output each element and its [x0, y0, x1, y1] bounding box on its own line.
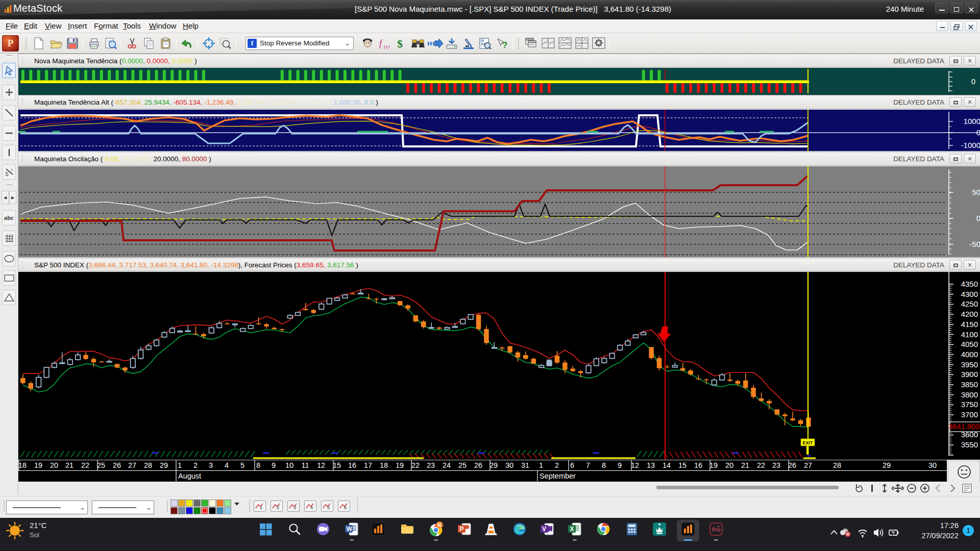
svg-text:12: 12 [317, 461, 325, 469]
svg-text:4000: 4000 [961, 350, 978, 359]
svg-text:2: 2 [277, 505, 279, 510]
svg-text:9: 9 [272, 461, 276, 469]
svg-text:August: August [178, 472, 201, 480]
svg-text:3550: 3550 [961, 440, 978, 449]
svg-text:5: 5 [240, 461, 244, 469]
svg-text:8: 8 [256, 461, 260, 469]
svg-text:27: 27 [804, 461, 812, 469]
svg-text:-50: -50 [969, 240, 980, 248]
svg-text:22: 22 [81, 461, 89, 469]
svg-text:1: 1 [539, 461, 543, 469]
svg-text:26: 26 [788, 461, 796, 469]
svg-text:11: 11 [301, 461, 309, 469]
svg-text:16: 16 [694, 461, 702, 469]
svg-text:29: 29 [160, 461, 168, 469]
svg-text:15: 15 [678, 461, 687, 469]
svg-text:1: 1 [178, 461, 182, 469]
svg-text:4200: 4200 [961, 310, 978, 318]
svg-text:X: X [570, 525, 574, 533]
svg-text:W: W [347, 525, 353, 533]
svg-text:4100: 4100 [961, 330, 978, 339]
svg-text:13: 13 [647, 461, 655, 469]
svg-text:28: 28 [144, 461, 152, 469]
svg-text:4300: 4300 [961, 290, 978, 298]
svg-text:19: 19 [396, 461, 404, 469]
svg-text:2: 2 [193, 461, 198, 469]
svg-text:1000: 1000 [964, 117, 980, 126]
svg-text:4250: 4250 [961, 299, 978, 308]
svg-text:29: 29 [883, 461, 891, 469]
svg-text:4: 4 [225, 461, 229, 469]
svg-text:0: 0 [971, 77, 975, 86]
svg-text:2: 2 [555, 461, 559, 469]
svg-text:3950: 3950 [961, 360, 978, 369]
svg-text:3900: 3900 [961, 370, 978, 379]
svg-text:30: 30 [928, 461, 937, 469]
svg-text:20: 20 [725, 461, 733, 469]
svg-text:3700: 3700 [961, 410, 978, 419]
svg-text:Pro: Pro [712, 527, 721, 533]
svg-text:10: 10 [285, 461, 293, 469]
svg-text:20: 20 [50, 461, 58, 469]
svg-text:31: 31 [521, 461, 529, 469]
svg-text:26: 26 [113, 461, 121, 469]
svg-text:9: 9 [618, 461, 622, 469]
svg-text:16: 16 [348, 461, 356, 469]
svg-text:29: 29 [489, 461, 498, 469]
svg-text:EXIT: EXIT [802, 440, 813, 445]
svg-text:15: 15 [333, 461, 341, 469]
svg-text:28: 28 [833, 461, 841, 469]
svg-text:14: 14 [663, 461, 671, 469]
svg-text:6: 6 [344, 505, 347, 510]
svg-text:18: 18 [380, 461, 388, 469]
svg-text:6: 6 [570, 461, 574, 469]
svg-text:4150: 4150 [961, 320, 978, 329]
svg-text:L: L [11, 168, 13, 171]
svg-text:19: 19 [709, 461, 718, 469]
svg-text:3800: 3800 [961, 390, 978, 399]
svg-text:4050: 4050 [961, 340, 978, 348]
svg-text:?: ? [502, 40, 507, 50]
svg-text:N: N [438, 522, 442, 528]
svg-text:3850: 3850 [961, 380, 978, 389]
svg-text:8: 8 [602, 461, 606, 469]
svg-text:12: 12 [631, 461, 639, 469]
svg-text:S: S [5, 171, 9, 177]
svg-text:21: 21 [741, 461, 749, 469]
svg-text:25: 25 [97, 461, 105, 469]
svg-text:21: 21 [65, 461, 74, 469]
svg-text:22: 22 [757, 461, 765, 469]
svg-text:P: P [460, 525, 464, 533]
svg-text:23: 23 [427, 461, 435, 469]
svg-text:0: 0 [976, 214, 980, 222]
svg-text:3641.800: 3641.800 [949, 422, 979, 431]
svg-text:18: 18 [18, 461, 27, 469]
svg-text:19: 19 [34, 461, 42, 469]
svg-text:3750: 3750 [961, 400, 978, 409]
svg-text:50: 50 [972, 188, 980, 196]
svg-text:4350: 4350 [961, 280, 978, 288]
svg-text:0: 0 [976, 128, 980, 137]
svg-text:5: 5 [327, 505, 330, 510]
svg-text:1: 1 [260, 505, 262, 510]
svg-text:(x): (x) [384, 44, 390, 50]
svg-text:27: 27 [128, 461, 136, 469]
svg-text:3: 3 [209, 461, 213, 469]
svg-text:25: 25 [458, 461, 467, 469]
svg-text:-1000: -1000 [961, 141, 980, 149]
svg-text:17: 17 [364, 461, 372, 469]
svg-text:V: V [542, 525, 546, 533]
svg-text:f: f [379, 38, 383, 48]
svg-text:$: $ [397, 37, 403, 50]
svg-text:September: September [540, 472, 576, 480]
svg-text:3: 3 [293, 505, 296, 510]
svg-text:23: 23 [772, 461, 780, 469]
svg-text:30: 30 [505, 461, 513, 469]
svg-text:24: 24 [443, 461, 451, 469]
svg-text:22: 22 [411, 461, 420, 469]
svg-text:4: 4 [310, 505, 313, 510]
svg-text:7: 7 [586, 461, 590, 469]
svg-text:26: 26 [474, 461, 482, 469]
